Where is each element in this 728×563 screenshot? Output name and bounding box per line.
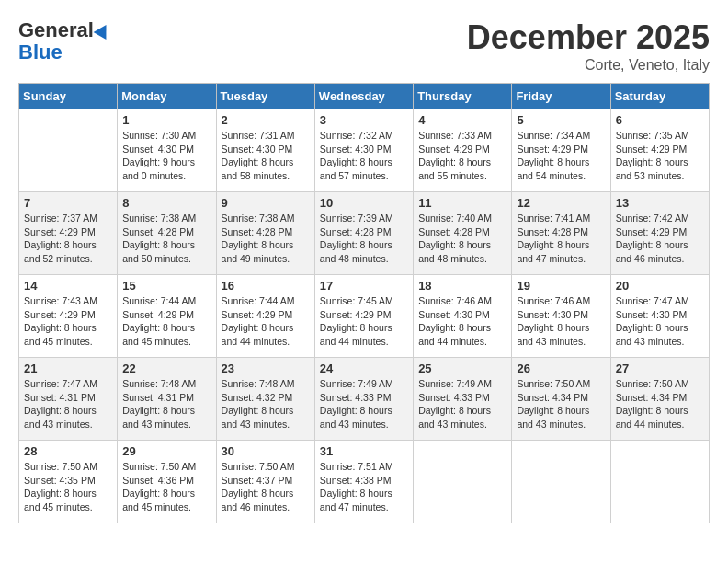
cell-info: Sunrise: 7:35 AMSunset: 4:29 PMDaylight:… xyxy=(616,129,704,183)
title-block: December 2025 Corte, Veneto, Italy xyxy=(467,18,710,74)
day-number: 2 xyxy=(222,113,310,127)
table-row: 6Sunrise: 7:35 AMSunset: 4:29 PMDaylight… xyxy=(610,109,709,192)
day-number: 29 xyxy=(122,444,210,458)
table-row: 11Sunrise: 7:40 AMSunset: 4:28 PMDayligh… xyxy=(414,192,512,275)
cell-info: Sunrise: 7:47 AMSunset: 4:31 PMDaylight:… xyxy=(24,377,112,431)
table-row xyxy=(19,109,118,192)
dow-header-saturday: Saturday xyxy=(610,84,709,109)
table-row: 12Sunrise: 7:41 AMSunset: 4:28 PMDayligh… xyxy=(512,192,610,275)
cell-info: Sunrise: 7:50 AMSunset: 4:34 PMDaylight:… xyxy=(517,377,605,431)
table-row xyxy=(414,441,512,523)
table-row: 9Sunrise: 7:38 AMSunset: 4:28 PMDaylight… xyxy=(216,192,314,275)
table-row xyxy=(512,441,610,523)
day-number: 1 xyxy=(122,113,210,127)
cell-info: Sunrise: 7:46 AMSunset: 4:30 PMDaylight:… xyxy=(418,294,506,349)
cell-info: Sunrise: 7:48 AMSunset: 4:31 PMDaylight:… xyxy=(122,377,210,431)
logo-triangle-icon xyxy=(94,21,113,40)
day-number: 20 xyxy=(616,279,704,293)
day-number: 6 xyxy=(616,113,704,127)
day-number: 24 xyxy=(320,362,408,375)
logo-blue-text: Blue xyxy=(18,40,63,64)
table-row: 30Sunrise: 7:50 AMSunset: 4:37 PMDayligh… xyxy=(216,441,314,523)
cell-info: Sunrise: 7:46 AMSunset: 4:30 PMDaylight:… xyxy=(517,294,605,349)
table-row: 14Sunrise: 7:43 AMSunset: 4:29 PMDayligh… xyxy=(19,275,118,358)
day-number: 26 xyxy=(517,362,605,375)
cell-info: Sunrise: 7:51 AMSunset: 4:38 PMDaylight:… xyxy=(320,460,408,514)
day-number: 11 xyxy=(418,196,506,210)
table-row: 29Sunrise: 7:50 AMSunset: 4:36 PMDayligh… xyxy=(118,441,216,523)
day-number: 19 xyxy=(517,279,605,293)
cell-info: Sunrise: 7:39 AMSunset: 4:28 PMDaylight:… xyxy=(320,212,408,266)
table-row: 25Sunrise: 7:49 AMSunset: 4:33 PMDayligh… xyxy=(414,358,512,441)
cell-info: Sunrise: 7:33 AMSunset: 4:29 PMDaylight:… xyxy=(418,129,506,183)
cell-info: Sunrise: 7:45 AMSunset: 4:29 PMDaylight:… xyxy=(320,294,408,349)
dow-header-friday: Friday xyxy=(512,84,610,109)
day-number: 14 xyxy=(24,279,112,293)
day-number: 3 xyxy=(320,113,408,127)
table-row: 8Sunrise: 7:38 AMSunset: 4:28 PMDaylight… xyxy=(118,192,216,275)
table-row: 21Sunrise: 7:47 AMSunset: 4:31 PMDayligh… xyxy=(19,358,118,441)
day-number: 12 xyxy=(517,196,605,210)
cell-info: Sunrise: 7:41 AMSunset: 4:28 PMDaylight:… xyxy=(517,212,605,266)
day-number: 22 xyxy=(122,362,210,375)
cell-info: Sunrise: 7:42 AMSunset: 4:29 PMDaylight:… xyxy=(616,212,704,266)
cell-info: Sunrise: 7:48 AMSunset: 4:32 PMDaylight:… xyxy=(222,377,310,431)
calendar-table: SundayMondayTuesdayWednesdayThursdayFrid… xyxy=(18,83,710,523)
table-row: 28Sunrise: 7:50 AMSunset: 4:35 PMDayligh… xyxy=(19,441,118,523)
dow-header-thursday: Thursday xyxy=(414,84,512,109)
logo: General Blue xyxy=(18,18,110,64)
table-row: 31Sunrise: 7:51 AMSunset: 4:38 PMDayligh… xyxy=(314,441,413,523)
month-title: December 2025 xyxy=(467,18,710,57)
logo-general-text: General xyxy=(18,18,94,42)
cell-info: Sunrise: 7:43 AMSunset: 4:29 PMDaylight:… xyxy=(24,294,112,349)
day-number: 10 xyxy=(320,196,408,210)
table-row: 4Sunrise: 7:33 AMSunset: 4:29 PMDaylight… xyxy=(414,109,512,192)
table-row: 23Sunrise: 7:48 AMSunset: 4:32 PMDayligh… xyxy=(216,358,314,441)
day-number: 27 xyxy=(616,362,704,375)
day-number: 5 xyxy=(517,113,605,127)
dow-header-monday: Monday xyxy=(118,84,216,109)
table-row: 20Sunrise: 7:47 AMSunset: 4:30 PMDayligh… xyxy=(610,275,709,358)
dow-header-sunday: Sunday xyxy=(19,84,118,109)
cell-info: Sunrise: 7:49 AMSunset: 4:33 PMDaylight:… xyxy=(418,377,506,431)
day-number: 13 xyxy=(616,196,704,210)
table-row: 26Sunrise: 7:50 AMSunset: 4:34 PMDayligh… xyxy=(512,358,610,441)
cell-info: Sunrise: 7:38 AMSunset: 4:28 PMDaylight:… xyxy=(122,212,210,266)
table-row: 18Sunrise: 7:46 AMSunset: 4:30 PMDayligh… xyxy=(414,275,512,358)
table-row: 3Sunrise: 7:32 AMSunset: 4:30 PMDaylight… xyxy=(314,109,413,192)
cell-info: Sunrise: 7:34 AMSunset: 4:29 PMDaylight:… xyxy=(517,129,605,183)
table-row: 2Sunrise: 7:31 AMSunset: 4:30 PMDaylight… xyxy=(216,109,314,192)
dow-header-tuesday: Tuesday xyxy=(216,84,314,109)
cell-info: Sunrise: 7:37 AMSunset: 4:29 PMDaylight:… xyxy=(24,212,112,266)
day-number: 23 xyxy=(222,362,310,375)
table-row: 19Sunrise: 7:46 AMSunset: 4:30 PMDayligh… xyxy=(512,275,610,358)
table-row: 22Sunrise: 7:48 AMSunset: 4:31 PMDayligh… xyxy=(118,358,216,441)
cell-info: Sunrise: 7:31 AMSunset: 4:30 PMDaylight:… xyxy=(222,129,310,183)
day-number: 8 xyxy=(122,196,210,210)
day-number: 15 xyxy=(122,279,210,293)
cell-info: Sunrise: 7:32 AMSunset: 4:30 PMDaylight:… xyxy=(320,129,408,183)
cell-info: Sunrise: 7:49 AMSunset: 4:33 PMDaylight:… xyxy=(320,377,408,431)
day-number: 25 xyxy=(418,362,506,375)
table-row xyxy=(610,441,709,523)
dow-header-wednesday: Wednesday xyxy=(314,84,413,109)
cell-info: Sunrise: 7:50 AMSunset: 4:35 PMDaylight:… xyxy=(24,460,112,514)
cell-info: Sunrise: 7:47 AMSunset: 4:30 PMDaylight:… xyxy=(616,294,704,349)
day-number: 28 xyxy=(24,444,112,458)
cell-info: Sunrise: 7:30 AMSunset: 4:30 PMDaylight:… xyxy=(122,129,210,183)
day-number: 31 xyxy=(320,444,408,458)
cell-info: Sunrise: 7:50 AMSunset: 4:34 PMDaylight:… xyxy=(616,377,704,431)
table-row: 1Sunrise: 7:30 AMSunset: 4:30 PMDaylight… xyxy=(118,109,216,192)
day-number: 30 xyxy=(222,444,310,458)
cell-info: Sunrise: 7:50 AMSunset: 4:37 PMDaylight:… xyxy=(222,460,310,514)
day-number: 21 xyxy=(24,362,112,375)
cell-info: Sunrise: 7:50 AMSunset: 4:36 PMDaylight:… xyxy=(122,460,210,514)
table-row: 13Sunrise: 7:42 AMSunset: 4:29 PMDayligh… xyxy=(610,192,709,275)
table-row: 15Sunrise: 7:44 AMSunset: 4:29 PMDayligh… xyxy=(118,275,216,358)
table-row: 16Sunrise: 7:44 AMSunset: 4:29 PMDayligh… xyxy=(216,275,314,358)
cell-info: Sunrise: 7:40 AMSunset: 4:28 PMDaylight:… xyxy=(418,212,506,266)
cell-info: Sunrise: 7:44 AMSunset: 4:29 PMDaylight:… xyxy=(222,294,310,349)
cell-info: Sunrise: 7:44 AMSunset: 4:29 PMDaylight:… xyxy=(122,294,210,349)
table-row: 24Sunrise: 7:49 AMSunset: 4:33 PMDayligh… xyxy=(314,358,413,441)
cell-info: Sunrise: 7:38 AMSunset: 4:28 PMDaylight:… xyxy=(222,212,310,266)
